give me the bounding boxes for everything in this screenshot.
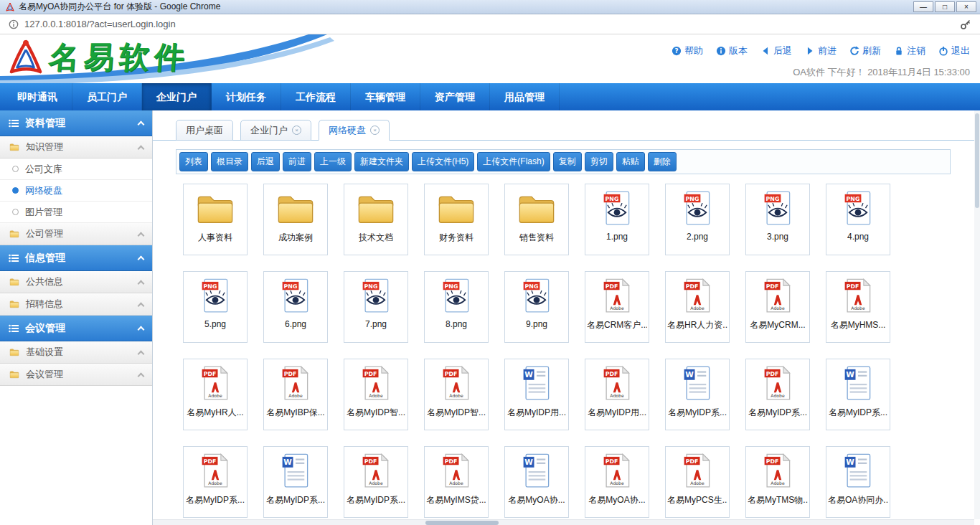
sidebar-section-info-mgmt[interactable]: 信息管理 — [0, 245, 152, 271]
horizontal-scrollbar[interactable] — [153, 519, 974, 525]
window-control-button[interactable]: × — [956, 1, 976, 12]
header-link[interactable]: 版本 — [716, 44, 748, 57]
sidebar-item-recruit-info[interactable]: 招聘信息 — [0, 293, 152, 316]
file-item[interactable]: 名易MyIDP系... — [263, 446, 328, 518]
nav-item[interactable]: 用品管理 — [490, 83, 560, 110]
file-item[interactable]: 名易MyTMS物... — [745, 446, 810, 518]
toolbar-button[interactable]: 根目录 — [211, 152, 248, 171]
content-tab[interactable]: 用户桌面 × — [176, 120, 233, 141]
file-item[interactable]: 人事资料 — [183, 184, 248, 255]
toolbar-button[interactable]: 粘贴 — [616, 152, 645, 171]
sidebar-item-label: 会议管理 — [26, 368, 63, 381]
toolbar-button[interactable]: 前进 — [283, 152, 311, 171]
sidebar-section-data-mgmt[interactable]: 资料管理 — [0, 110, 152, 136]
nav-item[interactable]: 车辆管理 — [351, 83, 420, 110]
content-tab[interactable]: 企业门户 × — [240, 120, 311, 141]
file-item[interactable]: 名易MyIDP系... — [826, 359, 890, 430]
file-item[interactable]: 名易MyOA协... — [585, 446, 649, 518]
nav-item[interactable]: 即时通讯 — [3, 83, 72, 110]
url-input[interactable]: 127.0.0.1:8018/?act=userLogin.login — [24, 19, 960, 29]
file-item[interactable]: 9.png — [504, 271, 569, 343]
file-item[interactable]: 名易MyIDP用... — [504, 359, 569, 430]
toolbar-button[interactable]: 上传文件(H5) — [412, 152, 474, 171]
file-item[interactable]: 名易MyOA协... — [504, 446, 569, 518]
file-item[interactable]: 8.png — [424, 271, 489, 343]
page-info-icon[interactable] — [9, 19, 19, 29]
tab-close-icon[interactable]: × — [370, 126, 380, 135]
file-item[interactable]: 名易MyIDP智... — [344, 359, 408, 430]
file-item[interactable]: 名易MyIBP保... — [263, 359, 328, 430]
toolbar-button[interactable]: 复制 — [553, 152, 582, 171]
file-item[interactable]: 名易MyIMS贷... — [424, 446, 489, 518]
sidebar-item-company-mgmt[interactable]: 公司管理 — [0, 223, 152, 245]
power-icon — [938, 46, 948, 56]
sidebar-item-meeting-mgmt[interactable]: 会议管理 — [0, 364, 152, 386]
sidebar-item-image-mgmt[interactable]: 图片管理 — [0, 202, 152, 223]
file-item[interactable]: 成功案例 — [263, 184, 328, 255]
file-item[interactable]: 名易MyHR人... — [183, 359, 248, 430]
sidebar-item-company-library[interactable]: 公司文库 — [0, 159, 152, 180]
toolbar-button[interactable]: 后退 — [251, 152, 280, 171]
file-item[interactable]: 1.png — [585, 184, 649, 255]
file-item[interactable]: 名易MyPCS生... — [665, 446, 730, 518]
file-item[interactable]: 销售资料 — [504, 184, 569, 255]
content-tab[interactable]: 网络硬盘 × — [319, 120, 390, 141]
vertical-scrollbar[interactable] — [974, 110, 980, 519]
file-item[interactable]: 3.png — [745, 184, 810, 255]
header-link[interactable]: 帮助 — [672, 44, 703, 57]
nav-item[interactable]: 计划任务 — [212, 83, 281, 110]
sidebar-section-meeting-mgmt[interactable]: 会议管理 — [0, 316, 152, 341]
file-item[interactable]: 名易HR人力资... — [665, 271, 730, 343]
horizontal-scrollbar-thumb[interactable] — [425, 521, 499, 525]
vertical-scrollbar-thumb[interactable] — [975, 113, 979, 208]
file-item[interactable]: 名易CRM客户... — [585, 271, 649, 343]
sidebar-item-label: 基础设置 — [26, 346, 63, 359]
folder-icon — [517, 189, 557, 229]
png-file-icon — [275, 276, 316, 316]
toolbar-button[interactable]: 新建文件夹 — [354, 152, 409, 171]
file-item[interactable]: 名易MyIDP系... — [344, 446, 408, 518]
file-item[interactable]: 7.png — [344, 271, 408, 343]
file-item[interactable]: 2.png — [665, 184, 730, 255]
toolbar-button[interactable]: 删除 — [648, 152, 677, 171]
file-item[interactable]: 名易MyIDP智... — [424, 359, 489, 430]
sidebar-item-knowledge-mgmt[interactable]: 知识管理 — [0, 136, 152, 159]
file-item[interactable]: 财务资料 — [424, 184, 489, 255]
toolbar-button[interactable]: 列表 — [179, 152, 208, 171]
file-item[interactable]: 技术文档 — [344, 184, 408, 255]
sidebar-child-label: 网络硬盘 — [25, 184, 62, 197]
sidebar-item-public-info[interactable]: 公共信息 — [0, 271, 152, 293]
file-item[interactable]: 名易MyHMS... — [826, 271, 890, 343]
file-item[interactable]: 名易MyIDP用... — [585, 359, 649, 430]
app-logo: 名易软件 — [6, 37, 189, 77]
header-link[interactable]: 注销 — [894, 44, 925, 57]
header-link[interactable]: 后退 — [760, 44, 792, 57]
nav-item[interactable]: 工作流程 — [281, 83, 351, 110]
window-control-button[interactable]: □ — [935, 1, 955, 12]
nav-item[interactable]: 员工门户 — [72, 83, 142, 110]
file-item[interactable]: 4.png — [826, 184, 890, 255]
nav-item[interactable]: 资产管理 — [420, 83, 490, 110]
window-control-button[interactable]: — — [913, 1, 933, 12]
file-name: 名易MyCRM... — [750, 319, 805, 331]
file-item[interactable]: 名易MyCRM... — [745, 271, 810, 343]
sidebar-item-network-disk[interactable]: 网络硬盘 — [0, 180, 152, 202]
toolbar-button[interactable]: 剪切 — [585, 152, 613, 171]
toolbar-button[interactable]: 上一级 — [314, 152, 352, 171]
file-item[interactable]: 6.png — [263, 271, 328, 343]
file-item[interactable]: 名易MyIDP系... — [183, 446, 248, 518]
file-item[interactable]: 名易MyIDP系... — [745, 359, 810, 430]
header-link[interactable]: 刷新 — [849, 44, 881, 57]
nav-item[interactable]: 企业门户 — [142, 83, 212, 110]
header-link[interactable]: 前进 — [805, 44, 837, 57]
tab-close-icon[interactable]: × — [292, 126, 301, 135]
sidebar: 资料管理 知识管理 公司文库 网络硬盘 图片管理 公司 — [0, 110, 153, 525]
file-item[interactable]: 名易MyIDP系... — [665, 359, 730, 430]
toolbar-button[interactable]: 上传文件(Flash) — [477, 152, 550, 171]
header-link-label: 刷新 — [862, 44, 881, 57]
key-icon[interactable] — [960, 19, 971, 30]
sidebar-item-basic-settings[interactable]: 基础设置 — [0, 341, 152, 364]
header-link[interactable]: 退出 — [938, 44, 970, 57]
file-item[interactable]: 5.png — [183, 271, 248, 343]
file-item[interactable]: 名易OA协同办... — [826, 446, 890, 518]
